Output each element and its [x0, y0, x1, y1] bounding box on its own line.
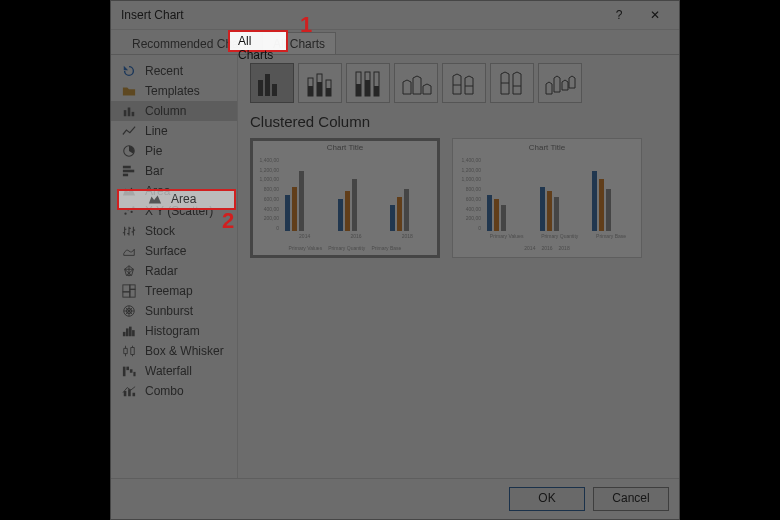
type-radar[interactable]: Radar	[111, 261, 237, 281]
type-box-whisker[interactable]: Box & Whisker	[111, 341, 237, 361]
type-templates[interactable]: Templates	[111, 81, 237, 101]
subtype-100-stacked-column[interactable]	[346, 63, 390, 103]
chart-type-list: Recent Templates Column Line Pie	[111, 55, 238, 479]
type-label: Box & Whisker	[145, 344, 224, 358]
recent-icon	[121, 63, 137, 79]
waterfall-icon	[121, 363, 137, 379]
type-histogram[interactable]: Histogram	[111, 321, 237, 341]
svg-rect-29	[265, 74, 270, 96]
svg-rect-14	[123, 292, 130, 297]
svg-rect-5	[123, 170, 134, 173]
cancel-button[interactable]: Cancel	[593, 487, 669, 511]
svg-rect-20	[132, 330, 135, 336]
dialog-footer: OK Cancel	[111, 478, 679, 519]
subtype-row	[250, 63, 667, 103]
annotation-callout-2: 2	[222, 208, 234, 234]
insert-chart-dialog: Insert Chart ? ✕ Recommended Charts All …	[110, 0, 680, 520]
ok-button[interactable]: OK	[509, 487, 585, 511]
svg-rect-28	[258, 80, 263, 96]
subtype-3d-column[interactable]	[538, 63, 582, 103]
type-label: Recent	[145, 64, 183, 78]
svg-rect-34	[317, 82, 322, 96]
chart-previews: Chart Title 1,400,001,200,001,000,00800,…	[250, 138, 667, 258]
annotation-highlight-area: Area	[117, 189, 236, 210]
treemap-icon	[121, 283, 137, 299]
type-bar[interactable]: Bar	[111, 161, 237, 181]
legend: Primary ValuesPrimary QuantityPrimary Ba…	[251, 245, 439, 255]
svg-rect-0	[124, 110, 127, 116]
svg-rect-13	[130, 289, 135, 297]
chart-preview-1[interactable]: Chart Title 1,400,001,200,001,000,00800,…	[250, 138, 440, 258]
svg-rect-6	[123, 174, 128, 177]
templates-icon	[121, 83, 137, 99]
type-line[interactable]: Line	[111, 121, 237, 141]
svg-rect-36	[326, 88, 331, 96]
type-label: Line	[145, 124, 168, 138]
type-pie[interactable]: Pie	[111, 141, 237, 161]
type-combo[interactable]: Combo	[111, 381, 237, 401]
svg-point-7	[124, 212, 126, 214]
svg-rect-30	[272, 84, 277, 96]
type-label: Column	[145, 104, 186, 118]
annotation-highlight-all-charts: All Charts	[228, 30, 288, 52]
pie-icon	[121, 143, 137, 159]
svg-rect-24	[133, 372, 135, 376]
type-label: Radar	[145, 264, 178, 278]
x-axis: 201420162018	[279, 233, 433, 243]
plot-area	[279, 157, 433, 231]
subtype-heading: Clustered Column	[250, 113, 667, 130]
type-label: Templates	[145, 84, 200, 98]
type-column[interactable]: Column	[111, 101, 237, 121]
y-axis: 1,400,001,200,001,000,00800,00600,00400,…	[455, 157, 481, 231]
box-whisker-icon	[121, 343, 137, 359]
svg-rect-1	[128, 108, 131, 117]
bar-icon	[121, 163, 137, 179]
svg-rect-18	[126, 328, 129, 336]
type-sunburst[interactable]: Sunburst	[111, 301, 237, 321]
svg-rect-23	[130, 369, 133, 373]
column-icon	[121, 103, 137, 119]
svg-rect-27	[133, 393, 136, 397]
subtype-clustered-column[interactable]	[250, 63, 294, 103]
surface-icon	[121, 243, 137, 259]
type-treemap[interactable]: Treemap	[111, 281, 237, 301]
type-label: Pie	[145, 144, 162, 158]
type-surface[interactable]: Surface	[111, 241, 237, 261]
subtype-3d-stacked-column[interactable]	[442, 63, 486, 103]
svg-rect-40	[365, 80, 370, 96]
type-label: Waterfall	[145, 364, 192, 378]
type-waterfall[interactable]: Waterfall	[111, 361, 237, 381]
svg-rect-42	[374, 86, 379, 96]
svg-point-9	[130, 211, 132, 213]
type-label: Stock	[145, 224, 175, 238]
tabstrip: Recommended Charts All Charts	[111, 30, 679, 55]
subtype-3d-clustered-column[interactable]	[394, 63, 438, 103]
svg-rect-21	[123, 367, 126, 377]
svg-rect-12	[130, 285, 135, 289]
titlebar: Insert Chart ? ✕	[111, 1, 679, 30]
radar-icon	[121, 263, 137, 279]
close-button[interactable]: ✕	[637, 1, 673, 29]
area-icon	[147, 191, 163, 207]
x-axis: Primary ValuesPrimary QuantityPrimary Ba…	[481, 233, 635, 243]
type-recent[interactable]: Recent	[111, 61, 237, 81]
type-label: Bar	[145, 164, 164, 178]
svg-rect-19	[129, 327, 132, 337]
subtype-3d-100-stacked-column[interactable]	[490, 63, 534, 103]
type-label: Histogram	[145, 324, 200, 338]
dialog-title: Insert Chart	[121, 1, 601, 29]
stock-icon	[121, 223, 137, 239]
svg-rect-4	[123, 166, 131, 169]
combo-icon	[121, 383, 137, 399]
chart-preview-2[interactable]: Chart Title 1,400,001,200,001,000,00800,…	[452, 138, 642, 258]
type-label: Surface	[145, 244, 186, 258]
plot-area	[481, 157, 635, 231]
type-label: Sunburst	[145, 304, 193, 318]
chart-details-pane: Clustered Column Chart Title 1,400,001,2…	[238, 55, 679, 479]
type-stock[interactable]: Stock	[111, 221, 237, 241]
svg-rect-32	[308, 86, 313, 96]
svg-rect-17	[123, 332, 126, 336]
subtype-stacked-column[interactable]	[298, 63, 342, 103]
help-button[interactable]: ?	[601, 1, 637, 29]
histogram-icon	[121, 323, 137, 339]
